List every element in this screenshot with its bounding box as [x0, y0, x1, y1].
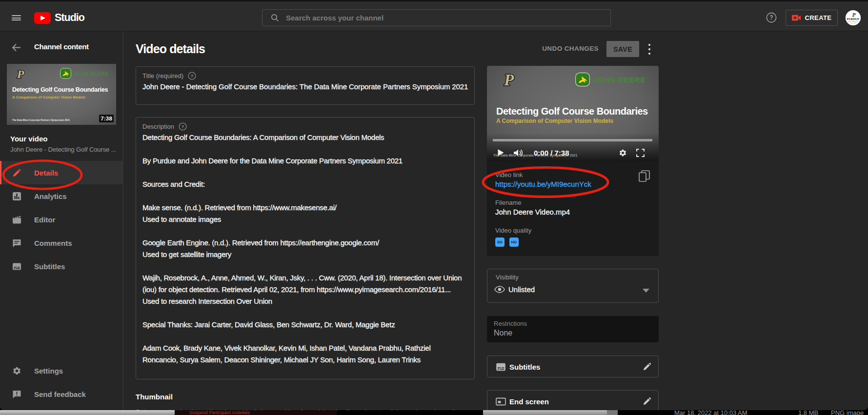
video-info-section: Video link https://youtu.be/yMI9ecunYck … [487, 161, 659, 256]
player-slide-title: Detecting Golf Course Boundaries [496, 106, 648, 117]
thumbnail-title: Detecting Golf Course Boundaries [12, 86, 108, 93]
title-field-value[interactable]: John Deere - Detecting Golf Course Bound… [142, 82, 468, 91]
header-actions: UNDO CHANGES SAVE [0, 41, 868, 57]
sidebar: Channel content P JOHN DEERE Detecting G… [0, 32, 123, 410]
thumbnail-footer: The Data Mine Corporate Partners Symposi… [12, 119, 70, 121]
description-field[interactable]: Description ? Detecting Golf Course Boun… [136, 117, 475, 379]
svg-text:?: ? [182, 124, 184, 129]
subtitles-icon [12, 262, 21, 271]
copy-icon[interactable] [638, 170, 651, 183]
visibility-eye-icon [494, 286, 505, 293]
title-help-icon[interactable]: ? [188, 72, 196, 80]
more-options-icon[interactable] [645, 41, 654, 57]
svg-text:P: P [504, 71, 514, 89]
restrictions-value: None [494, 329, 512, 337]
search-input[interactable] [286, 14, 579, 22]
svg-text:?: ? [191, 73, 194, 79]
analytics-icon [12, 192, 21, 201]
file-kind-text: PNG image [831, 410, 864, 415]
end-screen-card[interactable]: End screen [487, 390, 659, 410]
create-video-icon [792, 15, 801, 21]
background-window-edge-left [0, 410, 175, 415]
restrictions-card[interactable]: Restrictions None [487, 316, 659, 342]
undo-changes-button[interactable]: UNDO CHANGES [542, 45, 599, 52]
comments-icon [12, 238, 21, 248]
youtube-studio-logo[interactable]: Studio [34, 12, 84, 24]
video-quality-label: Video quality [495, 227, 531, 234]
thumbnail-subtitle: A Comparison of Computer Vision Models [12, 95, 85, 99]
sidebar-item-send-feedback[interactable]: Send feedback [0, 382, 123, 406]
youtube-studio-page: Studio ? CREATE P PURDUE UNIVERSITY The … [0, 0, 868, 410]
brand-name: Studio [55, 12, 84, 24]
hd-badge: HD [509, 237, 519, 247]
hamburger-menu-icon[interactable] [12, 15, 21, 20]
end-screen-card-label: End screen [509, 397, 549, 406]
account-avatar[interactable]: P PURDUE UNIVERSITY The Data Mine [846, 10, 861, 25]
end-screen-edit-pencil-icon[interactable] [643, 396, 652, 406]
thumbnail-section-label: Thumbnail [136, 393, 173, 401]
svg-text:JOHN DEERE: JOHN DEERE [73, 71, 109, 77]
feedback-icon [12, 390, 21, 399]
fullscreen-icon[interactable] [636, 149, 645, 157]
player-progress-bar[interactable] [493, 139, 652, 141]
sidebar-item-details[interactable]: Details [0, 161, 123, 184]
title-field[interactable]: Title (required) ? John Deere - Detectin… [136, 66, 475, 105]
visibility-card[interactable]: Visibility Unlisted [487, 269, 659, 303]
visibility-value: Unlisted [508, 285, 535, 294]
sidebar-item-settings[interactable]: Settings [0, 359, 123, 382]
subtitles-card-label: Subtitles [509, 363, 540, 371]
player-controls: 0:00 / 7:38 [487, 144, 659, 161]
sidebar-item-comments[interactable]: Comments [0, 231, 123, 255]
volume-icon[interactable] [513, 149, 525, 157]
purdue-avatar-graphic: P PURDUE UNIVERSITY The Data Mine [846, 10, 861, 25]
description-field-value[interactable]: Detecting Golf Course Boundaries: A Comp… [142, 132, 462, 366]
description-field-label: Description [142, 123, 174, 130]
sidebar-menu: Details Analytics Editor Comments [0, 161, 123, 278]
desktop-strip: Suspend Participant Activities Mar 18, 2… [0, 410, 868, 415]
player-slide-subtitle: A Comparison of Computer Vision Models [496, 118, 613, 124]
visibility-caret-icon [643, 289, 649, 293]
svg-text:P: P [17, 68, 24, 80]
video-link-label: Video link [495, 171, 523, 178]
svg-text:The Data Mine: The Data Mine [850, 22, 856, 23]
sidebar-item-subtitles[interactable]: Subtitles [0, 255, 123, 278]
title-field-label: Title (required) [142, 72, 183, 79]
video-link[interactable]: https://youtu.be/yMI9ecunYck [495, 180, 591, 188]
pencil-icon [12, 168, 21, 178]
svg-text:?: ? [769, 14, 773, 21]
save-button[interactable]: SAVE [606, 41, 639, 57]
play-icon[interactable] [497, 149, 505, 157]
sd-badge: SD [495, 237, 505, 247]
your-video-title: John Deere - Detecting Golf Course ... [10, 146, 116, 153]
search-icon [271, 14, 279, 22]
sidebar-item-editor[interactable]: Editor [0, 208, 123, 231]
video-player-card: P JOHN DEERE Detecting Golf Course Bound… [487, 66, 659, 256]
sidebar-item-analytics[interactable]: Analytics [0, 184, 123, 208]
your-video-label: Your video [10, 135, 47, 143]
player-settings-icon[interactable] [619, 149, 627, 157]
file-date-text: Mar 18, 2022 at 10:03 AM [674, 410, 747, 415]
player-john-deere-logo: JOHN DEERE [575, 72, 649, 87]
suspend-participant-text: Suspend Participant Activities [189, 410, 250, 415]
help-icon[interactable]: ? [766, 12, 777, 23]
video-duration-badge: 7:38 [99, 115, 114, 122]
visibility-label: Visibility [496, 274, 519, 281]
editor-icon [12, 215, 21, 224]
description-help-icon[interactable]: ? [179, 122, 187, 131]
purdue-logo: P [12, 68, 29, 80]
svg-text:JOHN DEERE: JOHN DEERE [593, 76, 646, 84]
background-window-edge-right [483, 410, 618, 415]
sidebar-video-thumbnail[interactable]: P JOHN DEERE Detecting Golf Course Bound… [7, 64, 116, 125]
settings-gear-icon [12, 366, 21, 375]
file-size-text: 1.8 MB [798, 410, 818, 415]
subtitles-card[interactable]: Subtitles [487, 356, 659, 377]
svg-text:PURDUE: PURDUE [847, 17, 860, 20]
create-button[interactable]: CREATE [786, 10, 838, 26]
search-box[interactable] [262, 9, 611, 26]
subtitles-edit-pencil-icon[interactable] [643, 362, 652, 371]
john-deere-logo: JOHN DEERE [60, 68, 110, 79]
end-screen-card-icon [496, 397, 506, 406]
subtitles-card-icon [496, 362, 506, 372]
video-player[interactable]: P JOHN DEERE Detecting Golf Course Bound… [487, 66, 659, 161]
create-button-label: CREATE [805, 14, 832, 21]
